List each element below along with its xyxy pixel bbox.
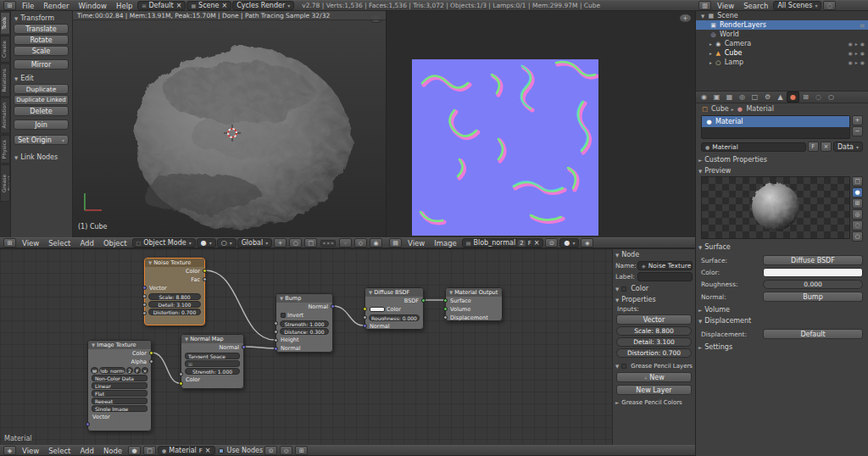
viewport-menu-view[interactable]: View xyxy=(18,239,43,247)
normal-map-node[interactable]: ▼Normal Map Normal Tangent Space ⊞ Stren… xyxy=(181,334,244,389)
transform-panel-header[interactable]: ▼Transform xyxy=(12,13,70,24)
strength-field[interactable]: Strength: 1.000 xyxy=(280,320,329,327)
fac-output-socket[interactable] xyxy=(203,277,207,281)
surface-panel-header[interactable]: ▼Surface xyxy=(696,242,868,253)
snap-magnet-icon[interactable]: ◇ xyxy=(280,446,292,455)
collapse-icon[interactable]: ▼ xyxy=(701,14,704,19)
select-icon[interactable]: ▸ xyxy=(855,41,858,47)
outliner-item-camera[interactable]: ▸◉Camera◉▸◉ xyxy=(696,39,868,48)
set-origin-dropdown[interactable]: Set Origin▾ xyxy=(14,135,69,145)
eye-icon[interactable]: ◉ xyxy=(848,59,852,65)
volume-input-socket[interactable] xyxy=(443,307,448,311)
scale-field[interactable]: Scale: 8.800 xyxy=(148,293,201,300)
strength-input-socket[interactable] xyxy=(274,321,278,325)
display-mode-dropdown[interactable]: All Scenes▾ xyxy=(773,1,821,10)
tab-physics[interactable]: ○ xyxy=(825,92,837,103)
expand-icon[interactable]: ▸ xyxy=(709,42,712,47)
join-button[interactable]: Join xyxy=(14,120,69,130)
material-datablock-field[interactable]: ●Material xyxy=(701,142,806,152)
link-nodes-panel-header[interactable]: ▼Link Nodes xyxy=(12,152,70,163)
color-input-socket[interactable] xyxy=(179,381,183,386)
menu-window[interactable]: Window xyxy=(75,2,112,10)
image-datablock[interactable]: ▤ Blob_normal 2 F × xyxy=(462,238,544,247)
unlink-icon[interactable]: × xyxy=(205,447,211,454)
detail-field[interactable]: Detail: 3.100 xyxy=(616,337,692,347)
tab-modifiers[interactable]: ⚙ xyxy=(761,92,774,103)
volume-panel-header[interactable]: ►Volume xyxy=(696,304,868,315)
tab-animation[interactable]: Animation xyxy=(0,97,10,134)
preview-sphere-button[interactable]: ● xyxy=(852,187,863,197)
viewport-menu-add[interactable]: Add xyxy=(75,239,97,247)
diffuse-bsdf-node[interactable]: ▼Diffuse BSDF BSDF Color Roughness: 0.00… xyxy=(364,287,424,330)
use-nodes-checkbox[interactable]: Use Nodes xyxy=(219,447,264,454)
viewport-3d[interactable]: (1) Cube + Time:00:02.84 | Mem:13.91M, P… xyxy=(73,11,386,237)
viewport-menu-object[interactable]: Object xyxy=(99,239,131,247)
pin-icon[interactable]: ⊙ xyxy=(264,446,277,455)
tab-grease-pencil[interactable]: Grease Pencil xyxy=(0,164,10,202)
users-count-badge[interactable]: 2 xyxy=(518,240,525,247)
detail-field[interactable]: Detail: 3.100 xyxy=(148,301,201,308)
tab-scene[interactable]: ▦ xyxy=(723,92,736,103)
preview-flat-button[interactable]: □ xyxy=(852,176,863,186)
menu-render[interactable]: Render xyxy=(39,2,73,10)
unlink-icon[interactable]: × xyxy=(821,142,832,152)
region-expand-icon[interactable]: + xyxy=(679,14,692,23)
close-icon[interactable]: × xyxy=(176,2,182,9)
rotate-button[interactable]: Rotate xyxy=(14,35,69,45)
outliner-item-scene[interactable]: ▼▦Scene xyxy=(696,11,868,20)
pin-icon[interactable]: ⊙ xyxy=(545,238,558,247)
manipulator-scale-icon[interactable]: □ xyxy=(304,238,317,247)
settings-panel-header[interactable]: ►Settings xyxy=(696,342,868,353)
info-editor-icon[interactable]: ⊞ xyxy=(3,1,16,10)
fake-user-button[interactable]: F xyxy=(808,142,819,152)
search-icon[interactable]: ◌ xyxy=(823,1,836,10)
render-opengl-icon[interactable]: ◉ xyxy=(370,238,382,247)
manipulator-translate-icon[interactable]: + xyxy=(274,238,287,247)
displacement-input-socket[interactable] xyxy=(443,315,448,320)
checkbox-icon[interactable] xyxy=(281,313,286,318)
gp-new-layer-button[interactable]: New Layer xyxy=(616,385,692,395)
select-icon[interactable]: ▸ xyxy=(855,59,858,65)
collapse-icon[interactable]: ▼ xyxy=(280,296,283,301)
projection-dropdown[interactable]: Flat xyxy=(92,390,147,397)
lock-icon[interactable]: ◦ xyxy=(339,238,352,247)
color-checkbox[interactable] xyxy=(621,286,626,292)
gp-checkbox[interactable] xyxy=(621,364,626,369)
display-channels-dropdown[interactable]: ●▾ xyxy=(559,238,579,247)
outliner-item-renderlayers[interactable]: ▣RenderLayers▤ xyxy=(696,20,868,30)
material-output-node[interactable]: ▼Material Output Surface Volume Displace… xyxy=(445,287,503,321)
gp-layers-panel-header[interactable]: ▼Grease Pencil Layers xyxy=(613,361,695,371)
displacement-panel-header[interactable]: ▼Displacement xyxy=(696,315,868,326)
outliner-menu-search[interactable]: Search xyxy=(739,2,772,10)
tab-relations[interactable]: Relations xyxy=(0,64,10,97)
uv-image-editor[interactable]: + xyxy=(386,11,695,237)
pivot-dropdown[interactable]: ○▾ xyxy=(217,238,236,247)
render-toggle-icon[interactable]: ◉ xyxy=(860,41,865,47)
tab-object-data[interactable]: ▲ xyxy=(774,92,787,103)
edit-panel-header[interactable]: ▼Edit xyxy=(12,73,70,84)
normal-output-socket[interactable] xyxy=(331,304,335,309)
source-dropdown[interactable]: Single Image xyxy=(92,405,147,412)
orientation-dropdown[interactable]: Global▾ xyxy=(237,238,273,247)
strength-input-socket[interactable] xyxy=(179,372,183,376)
expand-icon[interactable]: ▸ xyxy=(709,60,712,65)
preview-sky-button[interactable]: ○ xyxy=(852,231,863,242)
gp-new-button[interactable]: +New xyxy=(616,372,692,382)
node-menu-select[interactable]: Select xyxy=(44,447,75,455)
normal-output-socket[interactable] xyxy=(242,345,246,349)
tab-render-layers[interactable]: ▣ xyxy=(710,92,723,103)
interpolation-dropdown[interactable]: Linear xyxy=(92,382,147,389)
duplicate-linked-button[interactable]: Duplicate Linked xyxy=(14,95,69,105)
tab-render[interactable]: ◉ xyxy=(698,92,710,103)
tab-tools[interactable]: Tools xyxy=(0,12,10,35)
normal-input-socket[interactable] xyxy=(274,347,278,351)
color-swatch[interactable] xyxy=(763,268,863,277)
data-dropdown[interactable]: Data▾ xyxy=(833,142,863,152)
outliner-item-cube[interactable]: ▸▲Cube◉▸◉ xyxy=(696,48,868,58)
menu-help[interactable]: Help xyxy=(112,2,136,10)
space-dropdown[interactable]: Tangent Space xyxy=(185,353,240,359)
node-label-field[interactable] xyxy=(637,272,693,281)
expand-icon[interactable]: ▸ xyxy=(709,51,712,56)
render-icon[interactable]: ▤ xyxy=(860,22,865,28)
vector-input-socket[interactable] xyxy=(86,422,90,426)
